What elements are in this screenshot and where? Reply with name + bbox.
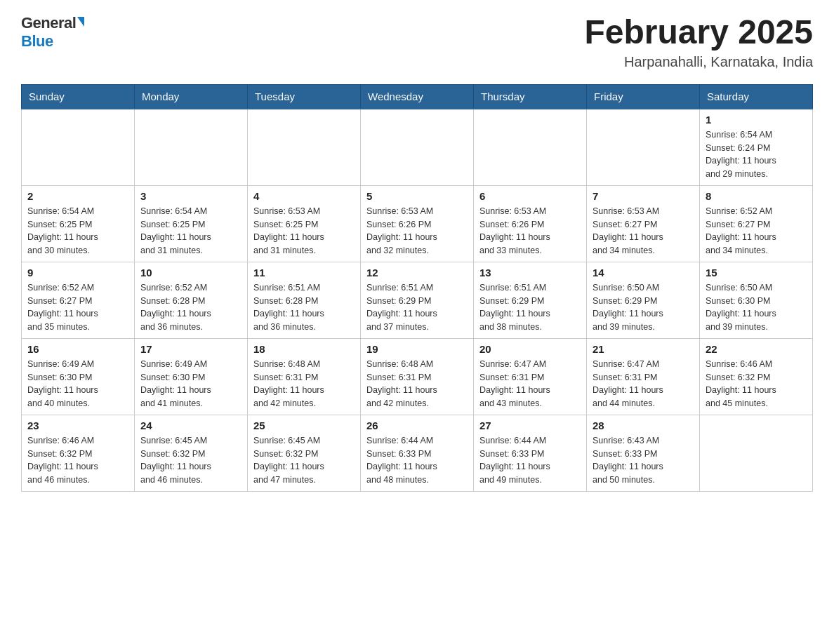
calendar-cell [700, 415, 813, 491]
calendar-cell: 3Sunrise: 6:54 AMSunset: 6:25 PMDaylight… [135, 185, 248, 262]
day-info: Sunrise: 6:54 AMSunset: 6:25 PMDaylight:… [27, 205, 128, 257]
calendar-cell: 13Sunrise: 6:51 AMSunset: 6:29 PMDayligh… [474, 262, 587, 338]
day-number: 12 [366, 267, 468, 279]
day-info: Sunrise: 6:45 AMSunset: 6:32 PMDaylight:… [140, 434, 241, 487]
calendar-cell: 8Sunrise: 6:52 AMSunset: 6:27 PMDaylight… [700, 185, 813, 262]
day-number: 7 [593, 190, 694, 202]
calendar-cell: 27Sunrise: 6:44 AMSunset: 6:33 PMDayligh… [474, 415, 587, 491]
day-number: 2 [27, 190, 128, 202]
calendar-cell [22, 109, 135, 186]
calendar-week-row: 2Sunrise: 6:54 AMSunset: 6:25 PMDaylight… [22, 185, 813, 262]
calendar-cell: 24Sunrise: 6:45 AMSunset: 6:32 PMDayligh… [135, 415, 248, 491]
day-info: Sunrise: 6:54 AMSunset: 6:24 PMDaylight:… [706, 128, 807, 181]
day-number: 26 [366, 420, 468, 431]
calendar-cell [361, 109, 474, 186]
day-info: Sunrise: 6:49 AMSunset: 6:30 PMDaylight:… [27, 358, 128, 410]
calendar-cell: 4Sunrise: 6:53 AMSunset: 6:25 PMDaylight… [248, 185, 361, 262]
day-number: 15 [706, 267, 807, 279]
calendar-cell: 7Sunrise: 6:53 AMSunset: 6:27 PMDaylight… [587, 185, 700, 262]
calendar-cell: 23Sunrise: 6:46 AMSunset: 6:32 PMDayligh… [22, 415, 135, 491]
calendar-week-row: 9Sunrise: 6:52 AMSunset: 6:27 PMDaylight… [22, 262, 813, 338]
calendar-cell: 17Sunrise: 6:49 AMSunset: 6:30 PMDayligh… [135, 338, 248, 415]
calendar-table: SundayMondayTuesdayWednesdayThursdayFrid… [21, 84, 813, 492]
day-number: 3 [140, 190, 241, 202]
weekday-header-friday: Friday [587, 84, 700, 109]
day-info: Sunrise: 6:51 AMSunset: 6:29 PMDaylight:… [366, 281, 468, 334]
day-number: 24 [140, 420, 241, 431]
calendar-cell: 28Sunrise: 6:43 AMSunset: 6:33 PMDayligh… [587, 415, 700, 491]
day-number: 17 [140, 343, 241, 355]
day-info: Sunrise: 6:48 AMSunset: 6:31 PMDaylight:… [253, 358, 355, 410]
weekday-header-thursday: Thursday [474, 84, 587, 109]
calendar-cell: 14Sunrise: 6:50 AMSunset: 6:29 PMDayligh… [587, 262, 700, 338]
weekday-header-wednesday: Wednesday [361, 84, 474, 109]
day-info: Sunrise: 6:49 AMSunset: 6:30 PMDaylight:… [140, 358, 241, 410]
calendar-cell: 12Sunrise: 6:51 AMSunset: 6:29 PMDayligh… [361, 262, 474, 338]
calendar-cell: 1Sunrise: 6:54 AMSunset: 6:24 PMDaylight… [700, 109, 813, 186]
calendar-cell: 5Sunrise: 6:53 AMSunset: 6:26 PMDaylight… [361, 185, 474, 262]
day-number: 19 [366, 343, 468, 355]
calendar-cell [474, 109, 587, 186]
day-info: Sunrise: 6:51 AMSunset: 6:29 PMDaylight:… [479, 281, 581, 334]
day-number: 22 [706, 343, 807, 355]
weekday-header-sunday: Sunday [22, 84, 135, 109]
weekday-header-tuesday: Tuesday [248, 84, 361, 109]
day-number: 8 [706, 190, 807, 202]
day-info: Sunrise: 6:50 AMSunset: 6:30 PMDaylight:… [706, 281, 807, 334]
calendar-cell: 2Sunrise: 6:54 AMSunset: 6:25 PMDaylight… [22, 185, 135, 262]
month-title: February 2025 [584, 14, 813, 51]
day-info: Sunrise: 6:43 AMSunset: 6:33 PMDaylight:… [593, 434, 694, 487]
day-info: Sunrise: 6:44 AMSunset: 6:33 PMDaylight:… [366, 434, 468, 487]
day-info: Sunrise: 6:51 AMSunset: 6:28 PMDaylight:… [253, 281, 355, 334]
calendar-week-row: 23Sunrise: 6:46 AMSunset: 6:32 PMDayligh… [22, 415, 813, 491]
day-info: Sunrise: 6:52 AMSunset: 6:27 PMDaylight:… [706, 205, 807, 257]
day-info: Sunrise: 6:46 AMSunset: 6:32 PMDaylight:… [706, 358, 807, 410]
calendar-cell: 20Sunrise: 6:47 AMSunset: 6:31 PMDayligh… [474, 338, 587, 415]
day-number: 23 [27, 420, 128, 431]
day-info: Sunrise: 6:53 AMSunset: 6:25 PMDaylight:… [253, 205, 355, 257]
day-info: Sunrise: 6:45 AMSunset: 6:32 PMDaylight:… [253, 434, 355, 487]
day-number: 10 [140, 267, 241, 279]
day-info: Sunrise: 6:50 AMSunset: 6:29 PMDaylight:… [593, 281, 694, 334]
weekday-header-saturday: Saturday [700, 84, 813, 109]
page-header: General Blue February 2025 Harpanahalli,… [21, 14, 813, 70]
day-info: Sunrise: 6:52 AMSunset: 6:28 PMDaylight:… [140, 281, 241, 334]
calendar-cell: 6Sunrise: 6:53 AMSunset: 6:26 PMDaylight… [474, 185, 587, 262]
calendar-cell: 16Sunrise: 6:49 AMSunset: 6:30 PMDayligh… [22, 338, 135, 415]
calendar-cell: 19Sunrise: 6:48 AMSunset: 6:31 PMDayligh… [361, 338, 474, 415]
day-number: 27 [479, 420, 581, 431]
day-info: Sunrise: 6:48 AMSunset: 6:31 PMDaylight:… [366, 358, 468, 410]
day-info: Sunrise: 6:52 AMSunset: 6:27 PMDaylight:… [27, 281, 128, 334]
day-number: 5 [366, 190, 468, 202]
day-number: 14 [593, 267, 694, 279]
day-number: 18 [253, 343, 355, 355]
calendar-cell: 21Sunrise: 6:47 AMSunset: 6:31 PMDayligh… [587, 338, 700, 415]
day-info: Sunrise: 6:44 AMSunset: 6:33 PMDaylight:… [479, 434, 581, 487]
day-info: Sunrise: 6:53 AMSunset: 6:26 PMDaylight:… [366, 205, 468, 257]
calendar-cell [135, 109, 248, 186]
calendar-cell: 11Sunrise: 6:51 AMSunset: 6:28 PMDayligh… [248, 262, 361, 338]
logo-blue-text: Blue [21, 32, 53, 51]
calendar-cell: 9Sunrise: 6:52 AMSunset: 6:27 PMDaylight… [22, 262, 135, 338]
calendar-header-row: SundayMondayTuesdayWednesdayThursdayFrid… [22, 84, 813, 109]
day-number: 9 [27, 267, 128, 279]
day-info: Sunrise: 6:54 AMSunset: 6:25 PMDaylight:… [140, 205, 241, 257]
day-number: 13 [479, 267, 581, 279]
calendar-cell: 22Sunrise: 6:46 AMSunset: 6:32 PMDayligh… [700, 338, 813, 415]
calendar-cell: 26Sunrise: 6:44 AMSunset: 6:33 PMDayligh… [361, 415, 474, 491]
day-info: Sunrise: 6:47 AMSunset: 6:31 PMDaylight:… [593, 358, 694, 410]
day-number: 16 [27, 343, 128, 355]
calendar-cell [587, 109, 700, 186]
day-number: 4 [253, 190, 355, 202]
day-info: Sunrise: 6:53 AMSunset: 6:27 PMDaylight:… [593, 205, 694, 257]
calendar-cell: 10Sunrise: 6:52 AMSunset: 6:28 PMDayligh… [135, 262, 248, 338]
calendar-week-row: 1Sunrise: 6:54 AMSunset: 6:24 PMDaylight… [22, 109, 813, 186]
calendar-cell [248, 109, 361, 186]
day-info: Sunrise: 6:46 AMSunset: 6:32 PMDaylight:… [27, 434, 128, 487]
day-info: Sunrise: 6:53 AMSunset: 6:26 PMDaylight:… [479, 205, 581, 257]
weekday-header-monday: Monday [135, 84, 248, 109]
calendar-cell: 15Sunrise: 6:50 AMSunset: 6:30 PMDayligh… [700, 262, 813, 338]
day-number: 1 [706, 114, 807, 126]
location-text: Harpanahalli, Karnataka, India [584, 54, 813, 70]
day-number: 21 [593, 343, 694, 355]
